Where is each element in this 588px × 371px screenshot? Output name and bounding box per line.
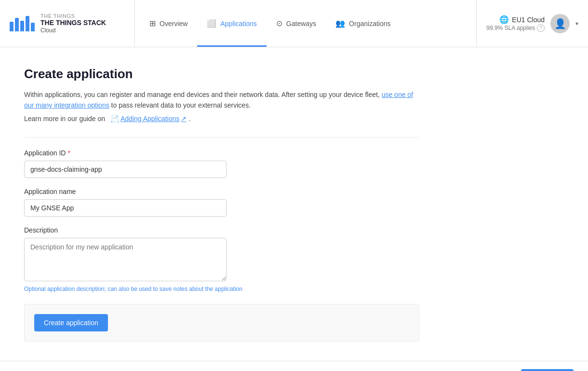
desc-part2: to pass relevant data to your external s…: [111, 101, 251, 109]
applications-icon: ⬜: [207, 19, 216, 28]
logo-bar-4: [26, 16, 29, 31]
logo-main-text: THE THINGS STACK: [40, 19, 106, 27]
description-group: Description Optional application descrip…: [24, 226, 419, 292]
guide-link-section: Learn more in our guide on 📄 Adding Appl…: [24, 115, 419, 123]
description-textarea[interactable]: [24, 238, 227, 281]
logo-bar-1: [10, 22, 13, 31]
header-right: 🌐 EU1 Cloud 99.9% SLA applies ? 👤 ▾: [476, 0, 588, 47]
book-icon: 📄: [111, 115, 119, 123]
description-label-text: Description: [24, 226, 58, 234]
header: THE THINGS THE THINGS STACK Cloud ⊞ Over…: [0, 0, 588, 47]
required-star: *: [67, 149, 70, 157]
overview-icon: ⊞: [149, 19, 156, 28]
gateways-icon: ⊙: [276, 19, 282, 28]
guide-suffix: .: [188, 115, 190, 123]
region-name: 🌐 EU1 Cloud: [499, 15, 545, 24]
region-info: 🌐 EU1 Cloud 99.9% SLA applies ?: [486, 15, 545, 32]
nav-organizations-label: Organizations: [349, 20, 390, 27]
logo-text: THE THINGS THE THINGS STACK Cloud: [40, 13, 106, 34]
logo-top-text: THE THINGS: [40, 13, 106, 19]
region-label: EU1 Cloud: [512, 16, 545, 24]
logo-bars-icon: [10, 16, 35, 31]
app-id-group: Application ID *: [24, 149, 419, 178]
chevron-down-icon[interactable]: ▾: [575, 20, 578, 27]
logo-bar-3: [20, 21, 24, 31]
app-name-label-text: Application name: [24, 188, 76, 195]
app-name-input[interactable]: [24, 199, 227, 217]
nav-organizations[interactable]: 👥 Organizations: [326, 0, 400, 47]
create-application-button[interactable]: Create application: [34, 314, 108, 331]
logo-bar-2: [15, 18, 19, 31]
description-label: Description: [24, 226, 419, 234]
guide-prefix: Learn more in our guide on: [24, 115, 105, 123]
nav-overview[interactable]: ⊞ Overview: [140, 0, 197, 47]
main-content: Create application Within applications, …: [0, 47, 443, 361]
nav-gateways[interactable]: ⊙ Gateways: [267, 0, 326, 47]
page-title: Create application: [24, 67, 419, 82]
nav-applications-label: Applications: [220, 20, 257, 27]
user-avatar[interactable]: 👤: [550, 14, 570, 33]
app-id-label: Application ID *: [24, 149, 419, 157]
nav-gateways-label: Gateways: [286, 20, 316, 27]
organizations-icon: 👥: [335, 19, 345, 28]
footer: © 2023 The Things Stack by The Things Ne…: [0, 361, 588, 371]
divider: [24, 137, 419, 137]
guide-link-label: Adding Applications: [120, 115, 179, 123]
nav-overview-label: Overview: [160, 20, 187, 27]
app-id-label-text: Application ID: [24, 149, 66, 157]
get-support-button[interactable]: ? Get support: [521, 369, 574, 371]
avatar-icon: 👤: [554, 18, 566, 29]
desc-part1: Within applications, you can register an…: [24, 91, 380, 98]
description-hint: Optional application description; can al…: [24, 286, 419, 292]
globe-icon: 🌐: [499, 15, 509, 24]
logo-section: THE THINGS THE THINGS STACK Cloud: [0, 0, 135, 47]
footer-right: 🌐 EN v3.24.1 (1c8fec013) Documentation S…: [325, 369, 574, 371]
external-link-icon: ↗: [181, 115, 187, 123]
app-name-group: Application name: [24, 188, 419, 217]
logo-bar-5: [31, 23, 35, 31]
app-name-label: Application name: [24, 188, 419, 195]
form-footer: Create application: [24, 304, 419, 342]
main-nav: ⊞ Overview ⬜ Applications ⊙ Gateways 👥 O…: [135, 0, 476, 47]
sla-text: 99.9% SLA applies: [486, 25, 535, 31]
app-id-input[interactable]: [24, 161, 227, 178]
help-icon[interactable]: ?: [537, 24, 545, 32]
logo-sub-text: Cloud: [40, 27, 106, 34]
description-text: Within applications, you can register an…: [24, 89, 419, 111]
nav-applications[interactable]: ⬜ Applications: [197, 0, 267, 47]
adding-applications-link[interactable]: 📄 Adding Applications ↗: [111, 115, 187, 123]
create-application-form: Application ID * Application name Descri…: [24, 149, 419, 342]
region-sla: 99.9% SLA applies ?: [486, 24, 545, 32]
